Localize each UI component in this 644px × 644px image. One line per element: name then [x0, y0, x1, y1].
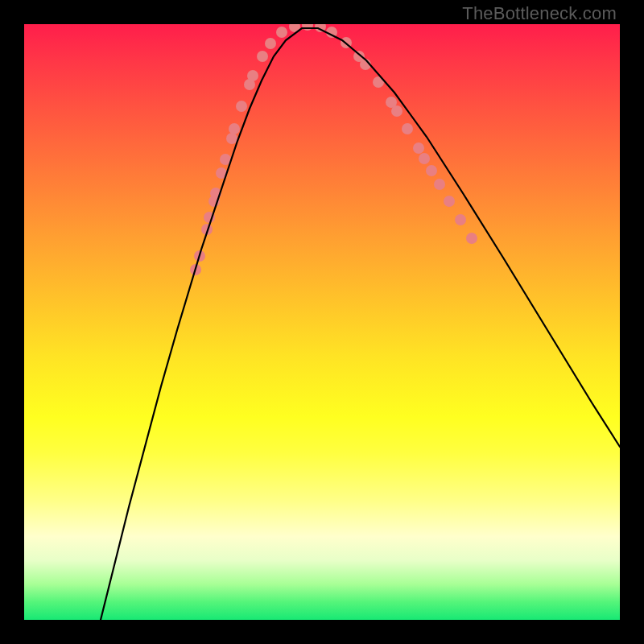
highlight-dot — [236, 101, 247, 112]
highlight-dot — [247, 70, 258, 81]
watermark-text: TheBottleneck.com — [462, 3, 617, 24]
chart-frame — [24, 24, 620, 620]
highlight-dot — [413, 142, 424, 154]
highlight-dot — [257, 51, 268, 62]
highlight-dot — [391, 105, 402, 117]
highlight-dot — [455, 214, 466, 225]
highlight-dot — [265, 38, 276, 49]
chart-svg — [24, 24, 620, 620]
highlight-dot — [426, 165, 437, 176]
highlight-dot — [229, 123, 240, 134]
highlight-dot — [402, 123, 413, 134]
highlight-dot — [466, 233, 477, 244]
highlight-dot — [419, 153, 430, 164]
highlight-dot — [444, 196, 455, 207]
highlight-dot — [276, 27, 287, 38]
highlight-dot — [226, 133, 237, 144]
bottleneck-curve — [101, 28, 620, 620]
highlight-dot — [434, 179, 445, 190]
